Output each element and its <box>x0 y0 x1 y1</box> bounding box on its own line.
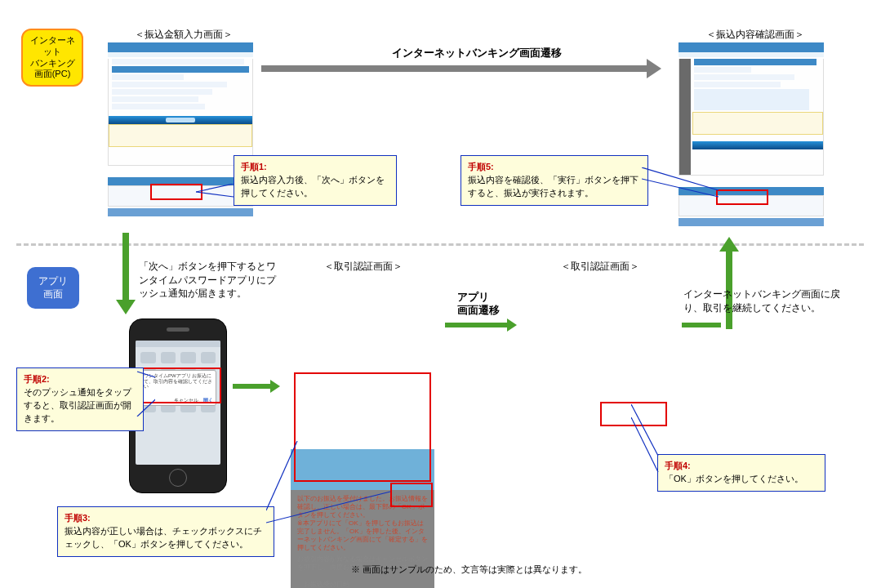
arrow-phone-to-app1 <box>233 384 280 389</box>
callout-step5-body: 振込内容を確認後、「実行」ボタンを押下すると、振込が実行されます。 <box>468 175 639 198</box>
row-tag-app: アプリ画面 <box>27 267 79 309</box>
label-app-transition: アプリ画面遷移 <box>457 291 500 318</box>
callout-step3-body: 振込内容が正しい場合は、チェックボックスにチェックし、「OK」ボタンを押してくだ… <box>65 526 262 549</box>
arrow-app2-right <box>682 323 729 327</box>
push-open[interactable]: 開く <box>203 398 213 403</box>
callout-step4-body: 「OK」ボタンを押してください。 <box>665 474 803 483</box>
callout-step3: 手順3: 振込内容が正しい場合は、チェックボックスにチェックし、「OK」ボタンを… <box>57 506 274 557</box>
push-notification-text: ワンタイムPWアプリ お振込にて、取引内容を確認してください <box>144 373 212 389</box>
svg-line-9 <box>631 417 658 472</box>
push-cancel[interactable]: キャンセル <box>174 398 198 403</box>
title-pc-confirm: ＜振込内容確認画面＞ <box>670 28 841 42</box>
note-return-pc: インターネットバンキング画面に戻り、取引を継続してください。 <box>683 287 855 314</box>
callout-step5-title: 手順5: <box>468 162 494 172</box>
callout-step2: 手順2: そのプッシュ通知をタップすると、取引認証画面が開きます。 <box>16 368 144 431</box>
arrow-elbow <box>726 323 732 329</box>
footnote: ※ 画面はサンプルのため、文言等は実際とは異なります。 <box>351 564 587 576</box>
arrow-pc-transition <box>261 65 661 72</box>
thumb-phone: ワンタイムPWアプリ お振込にて、取引内容を確認してください キャンセル 開く <box>129 318 227 493</box>
label-pc-transition: インターネットバンキング画面遷移 <box>392 46 562 60</box>
thumb-pc-input <box>108 42 253 229</box>
callout-step1: 手順1: 振込内容入力後、「次へ」ボタンを押してください。 <box>234 155 397 206</box>
svg-line-8 <box>631 404 658 456</box>
row-tag-pc: インターネットバンキング画面(PC) <box>21 29 83 87</box>
callout-step1-title: 手順1: <box>241 162 267 172</box>
title-pc-input: ＜振込金額入力画面＞ <box>98 28 269 42</box>
callout-step2-body: そのプッシュ通知をタップすると、取引認証画面が開きます。 <box>24 387 131 423</box>
title-app-auth2: ＜取引認証画面＞ <box>518 260 682 274</box>
diagram-stage: インターネットバンキング画面(PC) アプリ画面 ＜振込金額入力画面＞ ＜振込内… <box>0 0 881 588</box>
callout-step2-title: 手順2: <box>24 374 50 384</box>
thumb-pc-confirm <box>679 42 824 229</box>
callout-step4-title: 手順4: <box>665 461 691 470</box>
callout-step4: 手順4: 「OK」ボタンを押してください。 <box>657 454 825 492</box>
callout-step1-body: 振込内容入力後、「次へ」ボタンを押してください。 <box>241 175 385 198</box>
highlight-app2-ok <box>600 402 667 426</box>
callout-step5: 手順5: 振込内容を確認後、「実行」ボタンを押下すると、振込が実行されます。 <box>461 155 648 206</box>
push-notification[interactable]: ワンタイムPWアプリ お振込にて、取引内容を確認してください キャンセル 開く <box>140 370 216 406</box>
arrow-app1-to-app2 <box>445 323 517 327</box>
callout-step3-title: 手順3: <box>65 513 91 523</box>
note-push: 「次へ」ボタンを押下するとワンタイムパスワードアプリにプッシュ通知が届きます。 <box>139 260 278 301</box>
app1-red: 以下のお振込を受付けました。お振込情報を確認し、正しい場合は、最下部の「OK」ボ… <box>297 495 428 552</box>
title-app-auth1: ＜取引認証画面＞ <box>282 260 445 274</box>
app1-data: お振込受付日時 2010年08月01日 13時02分34秒お振込先 NTTデータ… <box>297 575 428 588</box>
